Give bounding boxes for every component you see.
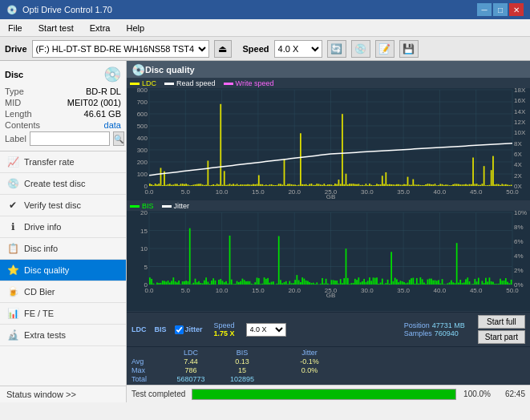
stats-ldc-col: LDC [167,349,215,357]
app-icon: 💿 [6,5,18,15]
disc-info-icon: 📋 [6,242,19,255]
samples-value: 760940 [435,329,459,337]
max-jitter: 0.0% [285,366,334,374]
menu-help[interactable]: Help [121,22,149,34]
sidebar-label-cd-bier: CD Bier [24,287,55,297]
progress-time: 62:45 [497,390,525,398]
stats-bis-col: BIS [218,349,266,357]
disc-label-btn[interactable]: 🔍 [113,131,124,146]
disc-length-value: 46.61 GB [84,109,121,119]
read-speed-legend-label: Read speed [176,79,216,87]
sidebar-label-drive-info: Drive info [24,222,61,232]
menu-extra[interactable]: Extra [85,22,115,34]
fe-te-icon: 📊 [6,307,19,320]
speed-label: Speed [243,44,269,54]
avg-ldc: 7.44 [167,357,215,365]
progress-bar-fill [192,390,455,399]
disc-panel-icon: 💿 [103,66,121,83]
create-test-disc-icon: 💿 [6,177,19,190]
content-area: 💿 Disc quality LDC Read speed Write spee… [127,61,530,402]
ldc-legend-color [130,83,140,85]
eject-button[interactable]: ⏏ [214,40,232,58]
speed-stat-label: Speed [214,321,235,329]
stats-empty [131,349,164,357]
drive-select[interactable]: (F:) HL-DT-ST BD-RE WH16NS58 TST4 [32,40,209,58]
sidebar-item-transfer-rate[interactable]: 📈 Transfer rate [0,151,126,173]
ldc-legend-label: LDC [142,79,156,87]
status-window-label: Status window >> [6,390,76,399]
close-button[interactable]: ✕ [509,3,524,16]
total-label: Total [131,375,164,383]
action-btn-2[interactable]: 📝 [375,40,394,58]
status-window-button[interactable]: Status window >> [0,386,126,402]
sidebar-item-cd-bier[interactable]: 🍺 CD Bier [0,281,126,303]
disc-contents-label: Contents [5,120,40,130]
sidebar-label-transfer-rate: Transfer rate [24,157,75,167]
sidebar-item-disc-info[interactable]: 📋 Disc info [0,238,126,260]
titlebar-title: 💿 Opti Drive Control 1.70 [6,5,112,15]
maximize-button[interactable]: □ [493,3,508,16]
sidebar-label-extra-tests: Extra tests [24,330,66,340]
bis-jitter-chart [127,211,530,299]
app-title: Opti Drive Control 1.70 [22,5,112,14]
disc-contents-row: Contents data [5,120,121,130]
ldc-stat-header: LDC [131,325,147,333]
sidebar-item-verify-test-disc[interactable]: ✔ Verify test disc [0,195,126,216]
refresh-button[interactable]: 🔄 [327,40,346,58]
avg-label: Avg [131,357,164,365]
save-button[interactable]: 💾 [399,40,419,58]
disc-info-panel: Disc 💿 Type BD-R DL MID MEIT02 (001) Len… [0,61,126,151]
avg-bis: 0.13 [218,357,266,365]
disc-mid-row: MID MEIT02 (001) [5,98,121,107]
sidebar-label-create-test-disc: Create test disc [24,179,85,188]
write-speed-legend-label: Write speed [236,79,274,87]
sidebar-item-create-test-disc[interactable]: 💿 Create test disc [0,173,126,195]
sidebar-label-fe-te: FE / TE [24,309,54,318]
disc-quality-icon: ⭐ [6,264,19,277]
sidebar-label-verify-test-disc: Verify test disc [24,200,81,210]
disc-label-label: Label [5,134,26,143]
menu-start-test[interactable]: Start test [34,22,79,34]
content-disc-icon: 💿 [131,63,145,76]
disc-mid-label: MID [5,98,21,107]
jitter-checkbox[interactable] [175,325,184,334]
disc-label-row: Label 🔍 [5,131,121,146]
speed-select[interactable]: 4.0 X [274,40,322,58]
menubar: File Start test Extra Help [0,19,530,37]
content-title: Disc quality [145,65,195,75]
content-header: 💿 Disc quality [127,61,530,79]
avg-jitter: -0.1% [285,357,334,365]
samples-label: Samples [404,329,432,337]
ldc-chart [127,88,530,200]
stats-speed-select[interactable]: 4.0 X [246,323,286,337]
stats-jitter-col: Jitter [285,349,334,357]
sidebar: Disc 💿 Type BD-R DL MID MEIT02 (001) Len… [0,61,127,402]
titlebar-controls: ─ □ ✕ [477,3,524,16]
disc-panel-title: Disc [5,70,23,79]
menu-file[interactable]: File [3,22,27,34]
jitter-legend-color [162,205,172,208]
minimize-button[interactable]: ─ [477,3,492,16]
drive-label: Drive [5,44,27,54]
max-label: Max [131,366,164,374]
action-btn-1[interactable]: 💿 [351,40,370,58]
total-bis: 102895 [218,375,266,383]
speed-stat-value: 1.75 X [214,329,235,337]
sidebar-item-drive-info[interactable]: ℹ Drive info [0,216,126,238]
disc-length-row: Length 46.61 GB [5,109,121,119]
max-bis: 15 [218,366,266,374]
sidebar-item-extra-tests[interactable]: 🔬 Extra tests [0,325,126,346]
start-full-button[interactable]: Start full [478,315,525,329]
progress-bar-bg [192,389,456,400]
read-speed-legend-color [164,83,174,85]
bis-legend-label: BIS [142,202,154,210]
sidebar-label-disc-quality: Disc quality [24,265,69,275]
sidebar-item-fe-te[interactable]: 📊 FE / TE [0,303,126,325]
disc-type-value: BD-R DL [86,87,121,96]
transfer-rate-icon: 📈 [6,155,19,168]
disc-label-input[interactable] [30,131,110,146]
progress-percent: 100.0% [463,390,491,398]
start-part-button[interactable]: Start part [478,330,525,344]
sidebar-item-disc-quality[interactable]: ⭐ Disc quality [0,260,126,281]
disc-type-label: Type [5,87,24,96]
